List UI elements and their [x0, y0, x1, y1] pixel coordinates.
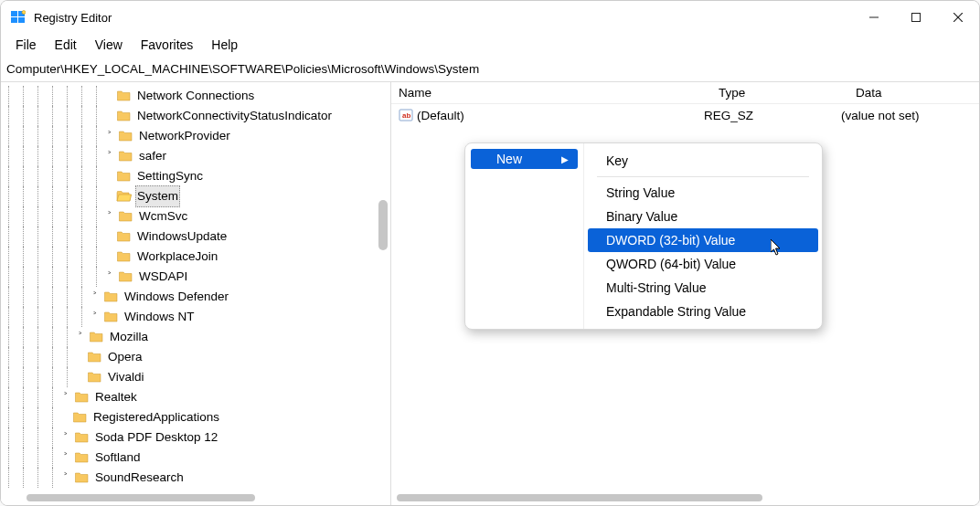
maximize-button[interactable]	[895, 1, 937, 34]
tree-item-label: Softland	[93, 448, 143, 468]
context-sub-item[interactable]: DWORD (32-bit) Value	[588, 228, 818, 252]
tree-item-label: safer	[137, 146, 168, 166]
context-menu[interactable]: New▶ KeyString ValueBinary ValueDWORD (3…	[464, 142, 823, 330]
chevron-right-icon[interactable]: ˃	[103, 267, 116, 287]
tree-item-label: Vivaldi	[106, 367, 146, 387]
tree-item[interactable]: NetworkConnectivityStatusIndicator	[1, 106, 390, 126]
tree-item-label: Windows NT	[122, 307, 197, 327]
tree-item[interactable]: RegisteredApplications	[1, 407, 390, 427]
column-name[interactable]: Name	[391, 86, 711, 100]
chevron-right-icon[interactable]: ˃	[89, 307, 101, 327]
tree-item[interactable]: ˃Windows NT	[1, 307, 390, 327]
chevron-right-icon[interactable]: ˃	[74, 327, 87, 347]
folder-icon	[116, 110, 132, 122]
tree-item[interactable]: System	[1, 186, 390, 206]
tree-horizontal-scrollbar[interactable]	[27, 494, 255, 501]
svg-rect-6	[912, 14, 921, 22]
svg-rect-3	[18, 17, 25, 23]
menu-file[interactable]: File	[8, 36, 44, 54]
folder-icon	[74, 451, 90, 464]
svg-point-4	[22, 11, 26, 15]
tree-item[interactable]: ˃Windows Defender	[1, 287, 390, 307]
close-button[interactable]	[937, 1, 979, 34]
context-submenu-new: KeyString ValueBinary ValueDWORD (32-bit…	[584, 143, 822, 329]
tree-item-label: WorkplaceJoin	[135, 247, 219, 267]
tree-item-label: Network Connections	[135, 86, 256, 106]
menu-edit[interactable]: Edit	[48, 36, 84, 54]
folder-icon	[116, 230, 132, 243]
menu-help[interactable]: Help	[204, 36, 245, 54]
tree-item-label: NetworkConnectivityStatusIndicator	[135, 106, 334, 126]
chevron-right-icon[interactable]: ˃	[103, 146, 116, 166]
tree-item[interactable]: ˃NetworkProvider	[1, 126, 390, 146]
folder-icon	[74, 431, 90, 444]
registry-tree[interactable]: Network ConnectionsNetworkConnectivitySt…	[1, 86, 390, 488]
value-name: (Default)	[417, 109, 464, 122]
chevron-right-icon[interactable]: ˃	[103, 206, 116, 227]
menu-view[interactable]: View	[88, 36, 130, 54]
chevron-right-icon[interactable]: ˃	[59, 468, 72, 488]
chevron-right-icon[interactable]: ˃	[103, 126, 116, 146]
column-type[interactable]: Type	[711, 86, 848, 100]
tree-item[interactable]: WorkplaceJoin	[1, 247, 390, 267]
address-bar[interactable]: Computer\HKEY_LOCAL_MACHINE\SOFTWARE\Pol…	[1, 59, 979, 82]
tree-item[interactable]: WindowsUpdate	[1, 227, 390, 247]
tree-item[interactable]: ˃safer	[1, 146, 390, 166]
folder-icon	[116, 170, 132, 183]
column-data[interactable]: Data	[848, 86, 979, 100]
context-sub-item[interactable]: String Value	[588, 181, 818, 205]
value-row[interactable]: ab(Default)REG_SZ(value not set)	[391, 104, 979, 126]
tree-item[interactable]: Opera	[1, 347, 390, 367]
tree-item[interactable]: Vivaldi	[1, 367, 390, 387]
tree-vertical-scrollbar[interactable]	[378, 200, 388, 250]
folder-icon	[118, 210, 133, 223]
context-sub-item[interactable]: Multi-String Value	[588, 276, 818, 300]
app-icon	[10, 9, 27, 26]
main-split: Network ConnectionsNetworkConnectivitySt…	[1, 82, 979, 505]
context-sub-item[interactable]: Key	[588, 149, 818, 173]
tree-item-label: Opera	[106, 347, 144, 367]
values-list[interactable]: ab(Default)REG_SZ(value not set)	[391, 104, 979, 126]
values-header[interactable]: Name Type Data	[391, 82, 979, 104]
tree-item[interactable]: ˃SoundResearch	[1, 468, 390, 488]
tree-item[interactable]: SettingSync	[1, 166, 390, 186]
tree-item[interactable]: ˃WSDAPI	[1, 267, 390, 287]
titlebar: Registry Editor	[1, 1, 979, 34]
value-data: (value not set)	[834, 109, 979, 122]
folder-icon	[74, 471, 90, 484]
menubar: File Edit View Favorites Help	[1, 34, 979, 59]
string-value-icon: ab	[399, 108, 413, 122]
tree-panel: Network ConnectionsNetworkConnectivitySt…	[1, 82, 391, 505]
tree-item[interactable]: ˃Softland	[1, 448, 390, 468]
tree-item-label: Windows Defender	[122, 287, 230, 307]
svg-text:ab: ab	[402, 111, 410, 120]
folder-icon	[87, 351, 102, 364]
tree-item[interactable]: ˃Realtek	[1, 387, 390, 407]
context-sub-item[interactable]: QWORD (64-bit) Value	[588, 252, 818, 276]
folder-icon	[103, 290, 119, 303]
tree-item[interactable]: ˃WcmSvc	[1, 206, 390, 227]
menu-favorites[interactable]: Favorites	[133, 36, 201, 54]
context-sub-item[interactable]: Expandable String Value	[588, 300, 818, 323]
values-panel: Name Type Data ab(Default)REG_SZ(value n…	[391, 82, 979, 505]
list-horizontal-scrollbar[interactable]	[397, 494, 762, 501]
folder-icon	[116, 90, 132, 102]
context-item-new[interactable]: New▶	[471, 149, 578, 169]
tree-item[interactable]: ˃Mozilla	[1, 327, 390, 347]
tree-item[interactable]: ˃Soda PDF Desktop 12	[1, 427, 390, 448]
chevron-right-icon[interactable]: ˃	[59, 448, 72, 468]
folder-icon	[116, 250, 132, 263]
folder-icon	[118, 150, 133, 163]
submenu-arrow-icon: ▶	[561, 154, 569, 164]
folder-icon	[72, 411, 88, 424]
chevron-right-icon[interactable]: ˃	[59, 427, 72, 448]
tree-item[interactable]: Network Connections	[1, 86, 390, 106]
chevron-right-icon[interactable]: ˃	[89, 287, 101, 307]
context-sub-item[interactable]: Binary Value	[588, 205, 818, 228]
chevron-right-icon[interactable]: ˃	[59, 387, 72, 407]
minimize-button[interactable]	[853, 1, 895, 34]
tree-item-label: System	[135, 185, 180, 207]
tree-item-label: WindowsUpdate	[135, 227, 229, 247]
folder-icon	[89, 331, 104, 343]
folder-icon	[103, 311, 119, 323]
